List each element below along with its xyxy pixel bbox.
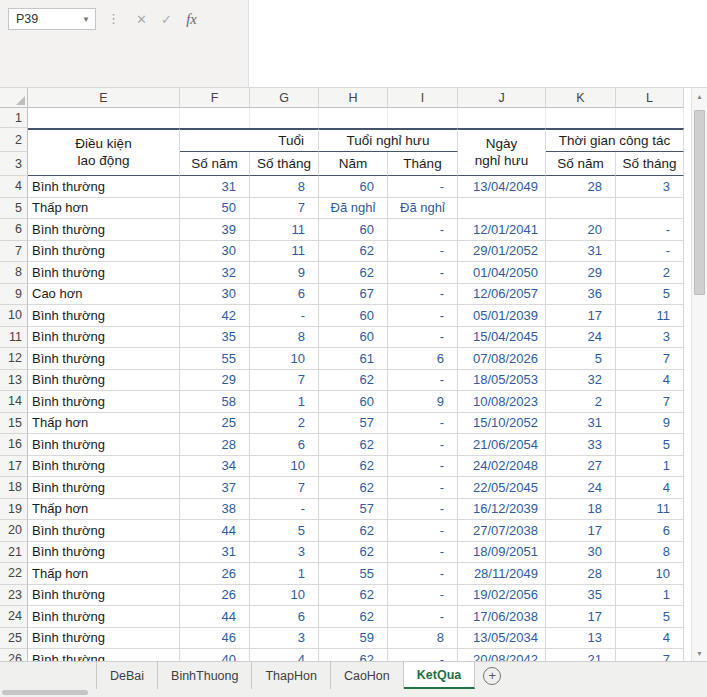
cell-K10[interactable]: 17: [546, 305, 616, 327]
cell-I19[interactable]: -: [388, 499, 458, 521]
cell-L19[interactable]: 11: [616, 499, 684, 521]
row-header-21[interactable]: 21: [0, 542, 28, 564]
cell-L13[interactable]: 4: [616, 370, 684, 392]
cell-E5[interactable]: Thấp hơn: [28, 198, 180, 220]
cell-J26[interactable]: 20/08/2042: [458, 649, 546, 661]
cell-H10[interactable]: 60: [319, 305, 388, 327]
row-header-20[interactable]: 20: [0, 520, 28, 542]
cell-J7[interactable]: 29/01/2052: [458, 241, 546, 263]
enter-button[interactable]: ✓: [154, 8, 179, 30]
sheet-tab-ThapHon[interactable]: ThapHon: [252, 662, 330, 689]
row-header-15[interactable]: 15: [0, 413, 28, 435]
cell-J20[interactable]: 27/07/2038: [458, 520, 546, 542]
cell-J9[interactable]: 12/06/2057: [458, 284, 546, 306]
row-header-13[interactable]: 13: [0, 370, 28, 392]
cell-E7[interactable]: Bình thường: [28, 241, 180, 263]
horizontal-scrollbar-thumb[interactable]: [2, 690, 88, 695]
cell-J12[interactable]: 07/08/2026: [458, 348, 546, 370]
cell-E10[interactable]: Bình thường: [28, 305, 180, 327]
scroll-up-icon[interactable]: ▲: [692, 88, 707, 104]
cell-H13[interactable]: 62: [319, 370, 388, 392]
cell-E9[interactable]: Cao hơn: [28, 284, 180, 306]
cell-J14[interactable]: 10/08/2023: [458, 391, 546, 413]
cell-L5[interactable]: [616, 198, 684, 220]
cell-K12[interactable]: 5: [546, 348, 616, 370]
insert-function-button[interactable]: fx: [179, 8, 204, 30]
column-header-J[interactable]: J: [458, 88, 546, 108]
cell-J4[interactable]: 13/04/2049: [458, 176, 546, 198]
select-all-corner[interactable]: [0, 88, 28, 108]
cell-H6[interactable]: 60: [319, 219, 388, 241]
cell-E6[interactable]: Bình thường: [28, 219, 180, 241]
cell-G12[interactable]: 10: [250, 348, 319, 370]
cell-L12[interactable]: 7: [616, 348, 684, 370]
cell-F21[interactable]: 31: [180, 542, 250, 564]
row-header-9[interactable]: 9: [0, 284, 28, 306]
cell-K20[interactable]: 17: [546, 520, 616, 542]
cell-E19[interactable]: Thấp hơn: [28, 499, 180, 521]
cell-L10[interactable]: 11: [616, 305, 684, 327]
cell-K5[interactable]: [546, 198, 616, 220]
cell-F11[interactable]: 35: [180, 327, 250, 349]
cell-L20[interactable]: 6: [616, 520, 684, 542]
cell-H12[interactable]: 61: [319, 348, 388, 370]
cell-K18[interactable]: 24: [546, 477, 616, 499]
cell-G14[interactable]: 1: [250, 391, 319, 413]
cell-F17[interactable]: 34: [180, 456, 250, 478]
cell-G26[interactable]: 4: [250, 649, 319, 661]
cell-L6[interactable]: -: [616, 219, 684, 241]
cell-E17[interactable]: Bình thường: [28, 456, 180, 478]
cell-G5[interactable]: 7: [250, 198, 319, 220]
cell-I17[interactable]: -: [388, 456, 458, 478]
cell-J21[interactable]: 18/09/2051: [458, 542, 546, 564]
cell-H26[interactable]: 62: [319, 649, 388, 661]
cell-E14[interactable]: Bình thường: [28, 391, 180, 413]
cell-L4[interactable]: 3: [616, 176, 684, 198]
cell-J19[interactable]: 16/12/2039: [458, 499, 546, 521]
name-box[interactable]: P39 ▼: [8, 8, 96, 30]
cell-H7[interactable]: 62: [319, 241, 388, 263]
cell-G13[interactable]: 7: [250, 370, 319, 392]
cell-F5[interactable]: 50: [180, 198, 250, 220]
cell-E15[interactable]: Thấp hơn: [28, 413, 180, 435]
add-sheet-button[interactable]: +: [475, 662, 509, 689]
cell-J18[interactable]: 22/05/2045: [458, 477, 546, 499]
cell-G19[interactable]: -: [250, 499, 319, 521]
cell-G25[interactable]: 3: [250, 628, 319, 650]
cell-F13[interactable]: 29: [180, 370, 250, 392]
cell-J25[interactable]: 13/05/2034: [458, 628, 546, 650]
cell-K23[interactable]: 35: [546, 585, 616, 607]
cell-E12[interactable]: Bình thường: [28, 348, 180, 370]
cell-H4[interactable]: 60: [319, 176, 388, 198]
cell-E23[interactable]: Bình thường: [28, 585, 180, 607]
cell-G6[interactable]: 11: [250, 219, 319, 241]
column-header-I[interactable]: I: [388, 88, 458, 108]
cell-K13[interactable]: 32: [546, 370, 616, 392]
cell-E20[interactable]: Bình thường: [28, 520, 180, 542]
cell-G22[interactable]: 1: [250, 563, 319, 585]
cell-E26[interactable]: Bình thường: [28, 649, 180, 661]
cell-L14[interactable]: 7: [616, 391, 684, 413]
cell-K4[interactable]: 28: [546, 176, 616, 198]
cancel-button[interactable]: ✕: [129, 8, 154, 30]
cell-L24[interactable]: 5: [616, 606, 684, 628]
cell-F9[interactable]: 30: [180, 284, 250, 306]
cell-I12[interactable]: 6: [388, 348, 458, 370]
cell-G24[interactable]: 6: [250, 606, 319, 628]
row-header-4[interactable]: 4: [0, 176, 28, 198]
cell-F12[interactable]: 55: [180, 348, 250, 370]
cell-L15[interactable]: 9: [616, 413, 684, 435]
cell-F10[interactable]: 42: [180, 305, 250, 327]
cell-K6[interactable]: 20: [546, 219, 616, 241]
cell-F25[interactable]: 46: [180, 628, 250, 650]
cell-I22[interactable]: -: [388, 563, 458, 585]
cell-K8[interactable]: 29: [546, 262, 616, 284]
row-header-2[interactable]: 2: [0, 128, 28, 152]
cell-J17[interactable]: 24/02/2048: [458, 456, 546, 478]
cell-F20[interactable]: 44: [180, 520, 250, 542]
cell-E4[interactable]: Bình thường: [28, 176, 180, 198]
cell-L16[interactable]: 5: [616, 434, 684, 456]
row-header-7[interactable]: 7: [0, 241, 28, 263]
row-header-10[interactable]: 10: [0, 305, 28, 327]
cell-H17[interactable]: 62: [319, 456, 388, 478]
